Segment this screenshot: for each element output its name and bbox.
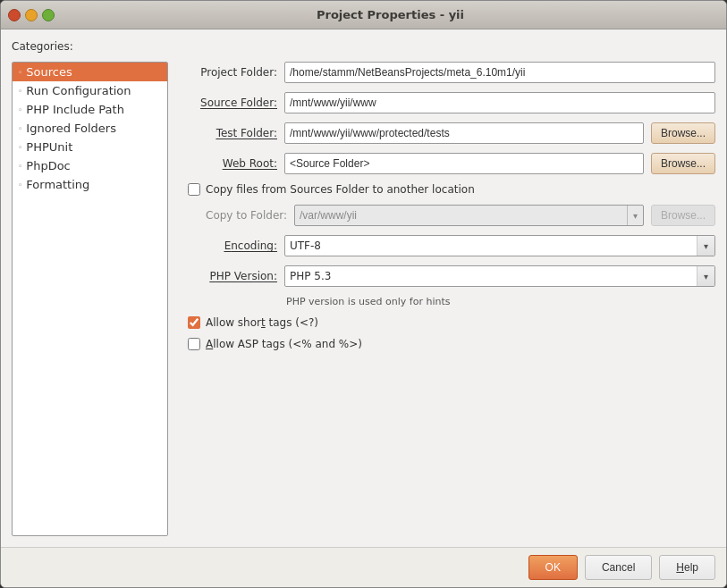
copy-to-folder-row: Copy to Folder: ▾ Browse... <box>179 205 715 226</box>
maximize-button[interactable] <box>42 9 55 21</box>
copy-to-folder-input-wrap: ▾ <box>294 205 644 226</box>
allow-asp-tags-label[interactable]: Allow ASP tags (<% and %>) <box>206 338 362 350</box>
copy-to-folder-label: Copy to Folder: <box>206 209 287 222</box>
ok-button[interactable]: OK <box>528 555 578 580</box>
sidebar-item-sources[interactable]: ◦ Sources <box>13 63 167 81</box>
dialog-body: Categories: ◦ Sources ◦ Run Configuratio… <box>1 29 726 547</box>
cancel-button[interactable]: Cancel <box>585 555 652 580</box>
sidebar-item-label: PHP Include Path <box>26 103 124 116</box>
bullet-icon: ◦ <box>18 105 22 114</box>
project-folder-input[interactable] <box>284 62 715 83</box>
bullet-icon: ◦ <box>18 181 22 189</box>
copy-files-checkbox[interactable] <box>188 183 200 196</box>
source-folder-row: Source Folder: <box>179 92 715 113</box>
php-version-hint: PHP version is used only for hints <box>179 296 715 307</box>
encoding-value: UTF-8 <box>285 238 697 254</box>
web-root-input[interactable] <box>284 153 644 174</box>
close-button[interactable] <box>8 9 21 21</box>
copy-files-label[interactable]: Copy files from Sources Folder to anothe… <box>206 183 475 196</box>
php-version-value: PHP 5.3 <box>285 268 697 284</box>
sidebar-item-phpdoc[interactable]: ◦ PhpDoc <box>13 156 167 175</box>
copy-to-folder-input[interactable] <box>295 207 627 223</box>
allow-short-tags-row: Allow short tags (<?) <box>179 316 715 329</box>
right-panel: Project Folder: Source Folder: Test Fold… <box>179 62 715 536</box>
test-folder-browse-button[interactable]: Browse... <box>651 122 715 144</box>
allow-short-tags-checkbox[interactable] <box>188 316 200 329</box>
test-folder-label: Test Folder: <box>179 127 277 139</box>
source-folder-input[interactable] <box>284 92 715 113</box>
web-root-browse-button[interactable]: Browse... <box>651 153 715 174</box>
minimize-button[interactable] <box>25 9 38 21</box>
php-version-row: PHP Version: PHP 5.3 ▾ <box>179 265 715 287</box>
help-button[interactable]: Help <box>659 555 715 580</box>
encoding-dropdown-arrow[interactable]: ▾ <box>697 236 714 256</box>
titlebar: Project Properties - yii <box>1 1 726 29</box>
dialog-window: Project Properties - yii Categories: ◦ S… <box>0 0 727 588</box>
php-version-select-wrap: PHP 5.3 ▾ <box>284 265 715 287</box>
titlebar-buttons <box>8 9 55 21</box>
sidebar-item-label: Ignored Folders <box>26 122 116 135</box>
categories-label: Categories: <box>12 40 715 53</box>
project-folder-row: Project Folder: <box>179 62 715 83</box>
window-title: Project Properties - yii <box>62 8 719 21</box>
test-folder-input[interactable] <box>284 122 644 144</box>
sidebar-item-run-config[interactable]: ◦ Run Configuration <box>13 81 167 100</box>
copy-files-row: Copy files from Sources Folder to anothe… <box>179 183 715 196</box>
web-root-row: Web Root: Browse... <box>179 153 715 174</box>
copy-to-folder-dropdown-arrow[interactable]: ▾ <box>627 206 643 225</box>
bullet-icon: ◦ <box>18 124 22 133</box>
php-version-label: PHP Version: <box>179 270 277 282</box>
encoding-select-wrap: UTF-8 ▾ <box>284 235 715 256</box>
encoding-label: Encoding: <box>179 239 277 252</box>
sidebar-item-php-include[interactable]: ◦ PHP Include Path <box>13 100 167 119</box>
source-folder-label: Source Folder: <box>179 97 277 109</box>
dialog-footer: OK Cancel Help <box>1 547 726 587</box>
copy-to-folder-browse-button: Browse... <box>651 205 715 226</box>
bullet-icon: ◦ <box>18 143 22 152</box>
sidebar-item-ignored[interactable]: ◦ Ignored Folders <box>13 119 167 138</box>
test-folder-row: Test Folder: Browse... <box>179 122 715 144</box>
bullet-icon: ◦ <box>18 87 22 96</box>
php-version-dropdown-arrow[interactable]: ▾ <box>697 266 714 286</box>
dialog-main: ◦ Sources ◦ Run Configuration ◦ PHP Incl… <box>12 62 715 536</box>
sidebar-item-label: Run Configuration <box>26 84 131 97</box>
allow-asp-tags-checkbox[interactable] <box>188 338 200 350</box>
project-folder-label: Project Folder: <box>179 66 277 79</box>
allow-asp-tags-row: Allow ASP tags (<% and %>) <box>179 338 715 350</box>
sidebar-item-label: Sources <box>26 65 72 79</box>
sidebar: ◦ Sources ◦ Run Configuration ◦ PHP Incl… <box>12 62 168 536</box>
sidebar-item-label: PhpDoc <box>26 159 70 172</box>
sidebar-item-label: Formatting <box>26 178 89 191</box>
allow-short-tags-label[interactable]: Allow short tags (<?) <box>206 316 318 329</box>
bullet-icon: ◦ <box>18 162 22 171</box>
bullet-icon: ◦ <box>18 68 22 77</box>
encoding-row: Encoding: UTF-8 ▾ <box>179 235 715 256</box>
sidebar-item-formatting[interactable]: ◦ Formatting <box>13 175 167 194</box>
sidebar-item-label: PHPUnit <box>26 140 72 154</box>
sidebar-item-phpunit[interactable]: ◦ PHPUnit <box>13 138 167 156</box>
web-root-label: Web Root: <box>179 157 277 170</box>
